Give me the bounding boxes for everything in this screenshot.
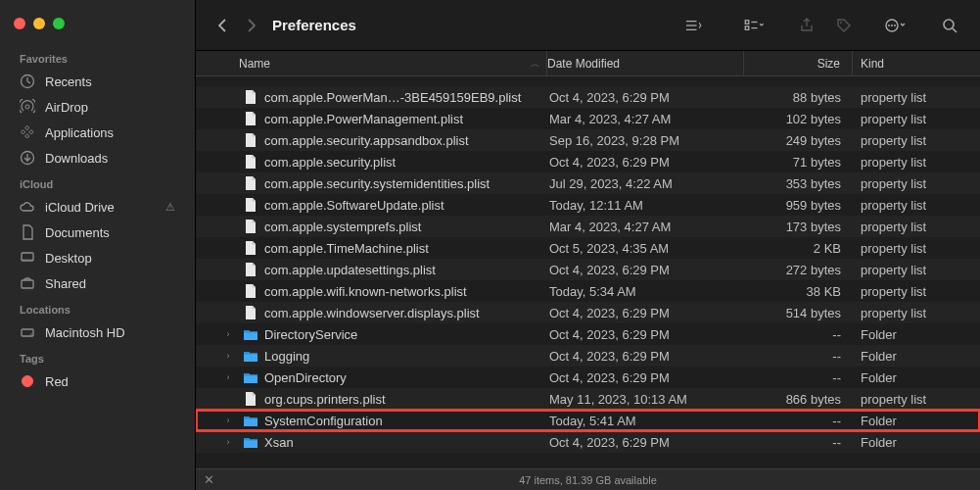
- action-menu-button[interactable]: [878, 12, 911, 39]
- date-modified: Oct 4, 2023, 6:29 PM: [549, 306, 745, 320]
- close-window-button[interactable]: [14, 18, 25, 29]
- table-row[interactable]: ›LoggingOct 4, 2023, 6:29 PM--Folder: [196, 345, 980, 367]
- disclosure-triangle-icon[interactable]: ›: [219, 437, 237, 447]
- file-icon: [243, 111, 258, 126]
- shared-icon: [20, 275, 35, 291]
- sidebar-item-label: Downloads: [45, 151, 108, 166]
- file-name: com.apple.systemprefs.plist: [264, 220, 421, 234]
- sidebar: FavoritesRecentsAirDropApplicationsDownl…: [0, 0, 196, 490]
- file-size: 866 bytes: [745, 392, 853, 407]
- disclosure-triangle-icon[interactable]: ›: [219, 329, 237, 339]
- file-kind: Folder: [853, 414, 980, 428]
- file-name: DirectoryService: [264, 327, 357, 342]
- file-name: SystemConfiguration: [264, 414, 383, 428]
- date-modified: Today, 5:34 AM: [549, 284, 745, 299]
- svg-point-7: [840, 22, 842, 24]
- sidebar-item-label: AirDrop: [45, 100, 88, 115]
- column-date-modified[interactable]: Date Modified: [547, 57, 743, 71]
- share-button[interactable]: [790, 12, 823, 39]
- table-row[interactable]: org.cups.printers.plistMay 11, 2023, 10:…: [196, 388, 980, 410]
- traffic-lights: [0, 10, 195, 45]
- sidebar-item-applications[interactable]: Applications: [0, 120, 195, 145]
- disclosure-triangle-icon[interactable]: ›: [219, 416, 237, 425]
- sidebar-item-shared[interactable]: Shared: [0, 270, 195, 296]
- file-size: --: [745, 327, 853, 342]
- search-button[interactable]: [933, 12, 966, 39]
- sidebar-item-red[interactable]: Red: [0, 368, 195, 394]
- sidebar-item-macintosh-hd[interactable]: Macintosh HD: [0, 319, 195, 345]
- svg-point-9: [888, 24, 890, 26]
- table-row[interactable]: com.apple.PowerManagement.plistMar 4, 20…: [196, 108, 980, 129]
- file-size: 272 bytes: [745, 263, 853, 277]
- svg-line-13: [953, 28, 957, 32]
- disclosure-triangle-icon[interactable]: ›: [219, 351, 237, 361]
- table-row[interactable]: com.apple.security.plistOct 4, 2023, 6:2…: [196, 151, 980, 172]
- column-kind[interactable]: Kind: [853, 57, 980, 71]
- table-row[interactable]: ›SystemConfigurationToday, 5:41 AM--Fold…: [196, 410, 980, 431]
- table-row[interactable]: com.apple.TimeMachine.plistOct 5, 2023, …: [196, 237, 980, 259]
- table-row[interactable]: com.apple.systemprefs.plistMar 4, 2023, …: [196, 216, 980, 237]
- file-size: 249 bytes: [745, 133, 853, 148]
- table-row[interactable]: ›XsanOct 4, 2023, 6:29 PM--Folder: [196, 431, 980, 453]
- file-name: Logging: [264, 349, 309, 364]
- file-size: --: [745, 370, 853, 385]
- file-size: --: [745, 435, 853, 450]
- sidebar-item-icloud-drive[interactable]: iCloud Drive: [0, 194, 195, 220]
- table-row[interactable]: com.apple.security.systemidentities.plis…: [196, 172, 980, 194]
- file-kind: property list: [853, 198, 980, 213]
- table-row[interactable]: com.apple.updatesettings.plistOct 4, 202…: [196, 259, 980, 280]
- view-list-button[interactable]: [677, 12, 710, 39]
- sidebar-item-label: Desktop: [45, 251, 92, 266]
- table-row[interactable]: com.apple.SoftwareUpdate.plistToday, 12:…: [196, 194, 980, 216]
- file-kind: Folder: [853, 370, 980, 385]
- file-name: Xsan: [264, 435, 294, 450]
- sidebar-item-downloads[interactable]: Downloads: [0, 145, 195, 171]
- path-bar-close-icon[interactable]: ✕: [204, 472, 214, 487]
- file-icon: [243, 240, 258, 256]
- zoom-window-button[interactable]: [53, 18, 65, 29]
- file-kind: property list: [853, 220, 980, 234]
- table-row[interactable]: ›DirectoryServiceOct 4, 2023, 6:29 PM--F…: [196, 323, 980, 345]
- sidebar-section-icloud: iCloud: [0, 171, 195, 194]
- sidebar-item-desktop[interactable]: Desktop: [0, 245, 195, 270]
- group-button[interactable]: [737, 12, 770, 39]
- disclosure-triangle-icon[interactable]: ›: [219, 372, 237, 382]
- file-size: 353 bytes: [745, 176, 853, 191]
- sidebar-item-label: Recents: [45, 74, 92, 89]
- file-kind: Folder: [853, 435, 980, 450]
- sidebar-item-label: Applications: [45, 125, 114, 140]
- date-modified: Today, 12:11 AM: [549, 198, 745, 213]
- doc-icon: [20, 224, 35, 240]
- file-name: com.apple.security.appsandbox.plist: [264, 133, 469, 148]
- column-size[interactable]: Size: [744, 57, 852, 71]
- table-row[interactable]: com.apple.PowerMan…-3BE459159EB9.plistOc…: [196, 86, 980, 108]
- date-modified: Oct 5, 2023, 4:35 AM: [549, 241, 745, 256]
- forward-button[interactable]: [237, 12, 264, 39]
- folder-icon: [243, 434, 258, 450]
- apps-icon: [20, 124, 35, 140]
- column-name[interactable]: Name 〈: [196, 57, 546, 71]
- back-button[interactable]: [210, 12, 237, 39]
- table-row[interactable]: com.apple.wifi.known-networks.plistToday…: [196, 280, 980, 302]
- tag-red-icon: [20, 373, 35, 389]
- minimize-window-button[interactable]: [33, 18, 45, 29]
- table-row[interactable]: ›OpenDirectoryOct 4, 2023, 6:29 PM--Fold…: [196, 367, 980, 388]
- sidebar-section-favorites: Favorites: [0, 45, 195, 69]
- date-modified: Oct 4, 2023, 6:29 PM: [549, 370, 745, 385]
- file-icon: [243, 219, 258, 234]
- sidebar-item-airdrop[interactable]: AirDrop: [0, 94, 195, 120]
- file-icon: [243, 262, 258, 277]
- folder-icon: [243, 413, 258, 428]
- table-row[interactable]: com.apple.windowserver.displays.plistOct…: [196, 302, 980, 323]
- sidebar-item-recents[interactable]: Recents: [0, 69, 195, 94]
- file-kind: property list: [853, 133, 980, 148]
- sidebar-item-documents[interactable]: Documents: [0, 220, 195, 245]
- table-row[interactable]: com.apple.security.appsandbox.plistSep 1…: [196, 129, 980, 151]
- table-row[interactable]: [196, 76, 980, 86]
- file-name: com.apple.SoftwareUpdate.plist: [264, 198, 444, 213]
- desktop-icon: [20, 250, 35, 266]
- date-modified: Oct 4, 2023, 6:29 PM: [549, 263, 745, 277]
- tags-button[interactable]: [827, 12, 861, 39]
- file-list[interactable]: com.apple.PowerMan…-3BE459159EB9.plistOc…: [196, 76, 980, 468]
- file-name: com.apple.updatesettings.plist: [264, 263, 436, 277]
